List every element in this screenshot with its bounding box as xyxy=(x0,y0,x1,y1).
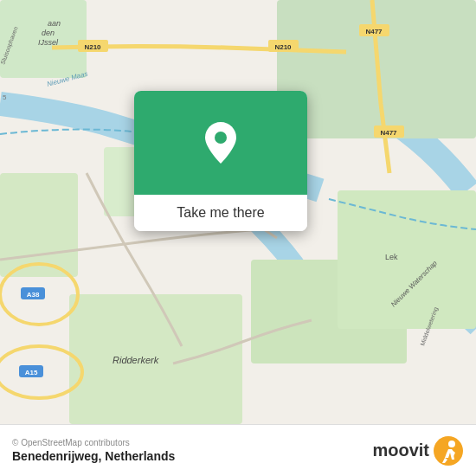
svg-text:N477: N477 xyxy=(365,28,383,35)
take-me-there-button[interactable]: Take me there xyxy=(177,205,264,221)
svg-text:Lek: Lek xyxy=(385,253,398,261)
svg-text:5: 5 xyxy=(3,93,7,101)
location-pin-icon xyxy=(202,120,240,165)
svg-text:aan: aan xyxy=(48,19,61,28)
svg-text:A15: A15 xyxy=(25,369,38,376)
svg-text:IJssel: IJssel xyxy=(38,38,59,47)
moovit-text: moovit xyxy=(372,441,429,460)
svg-text:Ridderkerk: Ridderkerk xyxy=(113,355,159,365)
svg-text:N210: N210 xyxy=(84,43,101,51)
svg-text:N477: N477 xyxy=(380,129,397,137)
popup-card: Take me there xyxy=(134,91,307,231)
svg-point-34 xyxy=(448,441,455,447)
footer-location: Benedenrijweg, Netherlands xyxy=(12,449,175,463)
footer-copyright: © OpenStreetMap contributors xyxy=(12,438,175,447)
svg-text:A38: A38 xyxy=(27,291,40,299)
svg-point-32 xyxy=(215,132,227,144)
svg-rect-5 xyxy=(338,190,476,329)
svg-text:N210: N210 xyxy=(274,43,292,51)
popup-card-top xyxy=(134,91,307,195)
svg-text:den: den xyxy=(42,29,55,37)
svg-rect-7 xyxy=(0,173,78,277)
footer-left: © OpenStreetMap contributors Benedenrijw… xyxy=(12,438,175,463)
footer: © OpenStreetMap contributors Benedenrijw… xyxy=(0,424,476,476)
popup-card-bottom: Take me there xyxy=(134,195,307,231)
moovit-brand-icon xyxy=(433,435,464,466)
map-container: N210 N210 N477 N477 A38 A15 aan den IJss… xyxy=(0,0,476,424)
moovit-logo: moovit xyxy=(372,435,464,466)
